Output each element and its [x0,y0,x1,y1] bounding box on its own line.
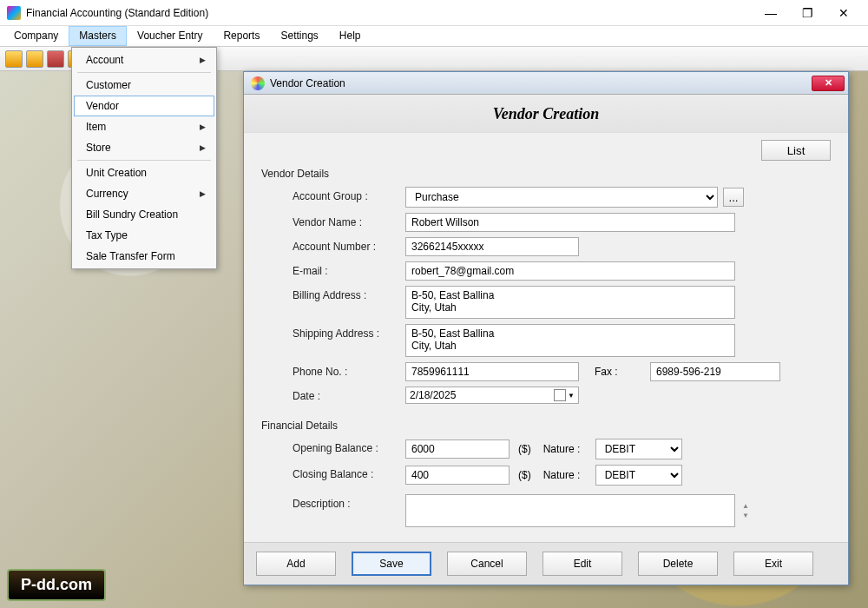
nature-open-label: Nature : [543,443,590,455]
fax-input[interactable] [650,362,780,381]
vendor-details-section-label: Vendor Details [261,168,831,180]
currency-unit: ($) [518,443,531,455]
menu-help[interactable]: Help [329,26,372,46]
chevron-right-icon: ▶ [200,189,206,198]
menu-masters[interactable]: Masters [69,26,127,46]
date-picker[interactable]: 2/18/2025 ▼ [405,387,579,404]
cancel-button[interactable]: Cancel [447,552,527,576]
dialog-heading: Vendor Creation [244,95,848,133]
closing-balance-input[interactable] [405,466,510,485]
opening-balance-label: Opening Balance : [293,439,405,454]
account-group-label: Account Group : [293,187,405,202]
app-icon [7,6,21,20]
currency-unit: ($) [518,469,531,481]
account-group-browse-button[interactable]: ... [723,188,744,207]
app-title: Financial Accounting (Standard Edition) [26,7,753,19]
window-titlebar: Financial Accounting (Standard Edition) … [0,0,868,26]
dialog-title-text: Vendor Creation [270,77,812,89]
opening-balance-input[interactable] [405,439,510,459]
chevron-right-icon: ▶ [200,56,206,64]
menu-item-account[interactable]: Account▶ [74,50,214,70]
email-input[interactable] [405,261,735,281]
dialog-close-button[interactable]: ✕ [812,76,845,91]
menu-separator [77,72,211,73]
phone-input[interactable] [405,362,579,381]
menu-item-vendor[interactable]: Vendor [74,96,214,116]
phone-label: Phone No. : [293,362,405,378]
dialog-body: List Vendor Details Account Group : Purc… [244,133,848,542]
menu-item-bill-sundry[interactable]: Bill Sundry Creation [74,204,214,225]
menu-item-sale-transfer[interactable]: Sale Transfer Form [74,246,214,267]
nature-close-label: Nature : [543,469,590,481]
shipping-address-label: Shipping Address : [293,324,405,340]
menu-company[interactable]: Company [3,26,69,46]
menu-item-store[interactable]: Store▶ [74,137,214,158]
chevron-down-icon: ▼ [568,392,575,400]
nature-open-select[interactable]: DEBIT [595,439,682,459]
account-group-select[interactable]: Purchase [405,187,718,208]
fax-label: Fax : [595,366,645,378]
toolbar-btn-2[interactable] [26,50,43,68]
menu-voucher-entry[interactable]: Voucher Entry [127,26,213,46]
menu-settings[interactable]: Settings [270,26,328,46]
menubar: Company Masters Voucher Entry Reports Se… [0,26,868,47]
masters-dropdown: Account▶ Customer Vendor Item▶ Store▶ Un… [71,47,217,269]
vendor-name-input[interactable] [405,213,735,232]
description-input[interactable] [405,494,735,527]
vendor-creation-dialog: Vendor Creation ✕ Vendor Creation List V… [243,71,849,585]
menu-reports[interactable]: Reports [213,26,270,46]
menu-item-unit-creation[interactable]: Unit Creation [74,162,214,183]
dialog-footer: Add Save Cancel Edit Delete Exit [244,542,848,585]
calendar-icon [554,389,566,401]
delete-button[interactable]: Delete [638,552,718,576]
save-button[interactable]: Save [352,552,431,576]
menu-item-currency[interactable]: Currency▶ [74,183,214,204]
toolbar-btn-3[interactable] [47,50,64,68]
financial-details-section-label: Financial Details [261,420,831,432]
dialog-icon [251,76,265,90]
date-label: Date : [293,387,405,402]
chevron-right-icon: ▶ [200,122,206,131]
toolbar-btn-1[interactable] [5,50,23,68]
chevron-right-icon: ▶ [200,143,206,152]
menu-separator [77,160,211,161]
billing-address-label: Billing Address : [293,286,405,301]
menu-item-customer[interactable]: Customer [74,75,214,96]
account-number-input[interactable] [405,237,579,256]
edit-button[interactable]: Edit [542,552,622,576]
account-number-label: Account Number : [293,237,405,253]
date-value: 2/18/2025 [410,389,554,401]
maximize-button[interactable]: ❐ [790,1,825,25]
close-button[interactable]: ✕ [826,1,861,25]
shipping-address-input[interactable]: B-50, East Ballina City, Utah [405,324,735,357]
minimize-button[interactable]: — [753,1,788,25]
logo-badge: P-dd.com [7,569,106,601]
closing-balance-label: Closing Balance : [293,465,405,480]
vendor-name-label: Vendor Name : [293,213,405,228]
nature-close-select[interactable]: DEBIT [595,465,682,486]
list-button[interactable]: List [761,140,831,161]
description-scroll-arrows: ▲▼ [742,501,749,520]
add-button[interactable]: Add [256,552,336,576]
dialog-titlebar: Vendor Creation ✕ [244,72,848,95]
description-label: Description : [293,494,405,510]
billing-address-input[interactable]: B-50, East Ballina City, Utah [405,286,735,319]
email-label: E-mail : [293,261,405,277]
exit-button[interactable]: Exit [733,552,813,576]
menu-item-item[interactable]: Item▶ [74,116,214,137]
menu-item-tax-type[interactable]: Tax Type [74,225,214,246]
